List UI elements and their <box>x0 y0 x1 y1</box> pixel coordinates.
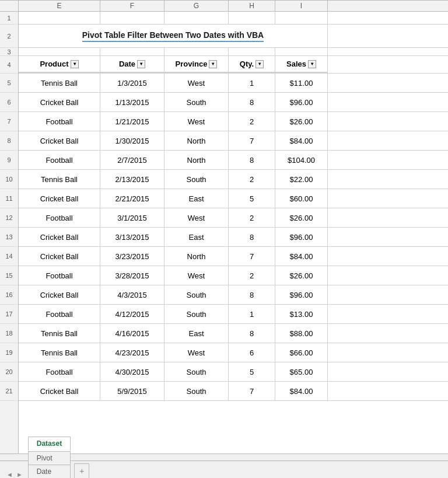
filter-button-product[interactable]: ▾ <box>71 60 79 68</box>
cell-r14-c3[interactable]: 7 <box>229 247 275 266</box>
cell-r6-c4[interactable]: $96.00 <box>275 93 328 111</box>
cell-r6-c0[interactable]: Cricket Ball <box>19 93 100 111</box>
cell-r9-c4[interactable]: $104.00 <box>275 151 328 169</box>
cell-r8-c2[interactable]: North <box>164 131 229 150</box>
cell-r12-c3[interactable]: 2 <box>229 208 275 227</box>
cell-r10-c4[interactable]: $22.00 <box>275 170 328 189</box>
cell-r17-c4[interactable]: $13.00 <box>275 305 328 323</box>
cell-r15-c0[interactable]: Football <box>19 266 100 285</box>
cell-r8-c4[interactable]: $84.00 <box>275 131 328 150</box>
cell-r20-c1[interactable]: 4/30/2015 <box>100 362 164 381</box>
cell-r21-c4[interactable]: $84.00 <box>275 382 328 400</box>
cell-r5-c0[interactable]: Tennis Ball <box>19 74 100 92</box>
cell-r9-c0[interactable]: Football <box>19 151 100 169</box>
cell-r6-c3[interactable]: 8 <box>229 93 275 111</box>
cell-r3-c0[interactable] <box>19 48 100 56</box>
cell-r12-c0[interactable]: Football <box>19 208 100 227</box>
cell-r5-c2[interactable]: West <box>164 74 229 92</box>
cell-r11-c1[interactable]: 2/21/2015 <box>100 189 164 208</box>
sheet-tab-date[interactable]: Date <box>28 465 71 478</box>
cell-r1-c2[interactable] <box>164 12 229 24</box>
filter-button-qty[interactable]: ▾ <box>256 60 264 68</box>
cell-r3-c1[interactable] <box>100 48 164 56</box>
cell-r8-c1[interactable]: 1/30/2015 <box>100 131 164 150</box>
cell-r12-c1[interactable]: 3/1/2015 <box>100 208 164 227</box>
cell-r12-c4[interactable]: $26.00 <box>275 208 328 227</box>
cell-r15-c1[interactable]: 3/28/2015 <box>100 266 164 285</box>
filter-button-sales[interactable]: ▾ <box>308 60 316 68</box>
filter-button-date[interactable]: ▾ <box>137 60 145 68</box>
cell-r7-c3[interactable]: 2 <box>229 112 275 131</box>
cell-r13-c1[interactable]: 3/13/2015 <box>100 228 164 246</box>
col-header-g[interactable]: G <box>164 1 229 11</box>
cell-r8-c0[interactable]: Cricket Ball <box>19 131 100 150</box>
cell-r13-c0[interactable]: Cricket Ball <box>19 228 100 246</box>
col-header-i[interactable]: I <box>275 1 328 11</box>
cell-r14-c0[interactable]: Cricket Ball <box>19 247 100 266</box>
cell-r20-c3[interactable]: 5 <box>229 362 275 381</box>
cell-r5-c3[interactable]: 1 <box>229 74 275 92</box>
cell-r19-c3[interactable]: 6 <box>229 343 275 362</box>
cell-r7-c2[interactable]: West <box>164 112 229 131</box>
cell-r14-c2[interactable]: North <box>164 247 229 266</box>
cell-r18-c2[interactable]: East <box>164 324 229 343</box>
cell-r11-c2[interactable]: East <box>164 189 229 208</box>
filter-button-province[interactable]: ▾ <box>209 60 217 68</box>
col-header-e[interactable]: E <box>19 1 100 11</box>
cell-r19-c0[interactable]: Tennis Ball <box>19 343 100 362</box>
cell-r11-c4[interactable]: $60.00 <box>275 189 328 208</box>
tab-nav[interactable]: ◄ ► <box>5 471 24 478</box>
cell-r17-c3[interactable]: 1 <box>229 305 275 323</box>
cell-r13-c3[interactable]: 8 <box>229 228 275 246</box>
cell-r10-c3[interactable]: 2 <box>229 170 275 189</box>
cell-r10-c0[interactable]: Tennis Ball <box>19 170 100 189</box>
cell-r17-c1[interactable]: 4/12/2015 <box>100 305 164 323</box>
cell-r16-c1[interactable]: 4/3/2015 <box>100 285 164 304</box>
cell-r16-c3[interactable]: 8 <box>229 285 275 304</box>
cell-r19-c4[interactable]: $66.00 <box>275 343 328 362</box>
cell-r13-c4[interactable]: $96.00 <box>275 228 328 246</box>
cell-r18-c3[interactable]: 8 <box>229 324 275 343</box>
cell-r16-c4[interactable]: $96.00 <box>275 285 328 304</box>
cell-r21-c0[interactable]: Cricket Ball <box>19 382 100 400</box>
col-header-f[interactable]: F <box>100 1 164 11</box>
tab-nav-right[interactable]: ► <box>15 471 24 478</box>
cell-r14-c1[interactable]: 3/23/2015 <box>100 247 164 266</box>
cell-r20-c4[interactable]: $65.00 <box>275 362 328 381</box>
cell-r16-c2[interactable]: South <box>164 285 229 304</box>
cell-r14-c4[interactable]: $84.00 <box>275 247 328 266</box>
tab-nav-left[interactable]: ◄ <box>5 471 15 478</box>
cell-r19-c2[interactable]: West <box>164 343 229 362</box>
cell-r17-c2[interactable]: South <box>164 305 229 323</box>
cell-r21-c3[interactable]: 7 <box>229 382 275 400</box>
cell-r21-c2[interactable]: South <box>164 382 229 400</box>
cell-r11-c0[interactable]: Cricket Ball <box>19 189 100 208</box>
sheet-tab-pivot[interactable]: Pivot <box>28 451 71 465</box>
cell-r10-c1[interactable]: 2/13/2015 <box>100 170 164 189</box>
cell-r3-c3[interactable] <box>229 48 275 56</box>
cell-r18-c0[interactable]: Tennis Ball <box>19 324 100 343</box>
sheet-tab-dataset[interactable]: Dataset <box>28 437 71 451</box>
cell-r20-c0[interactable]: Football <box>19 362 100 381</box>
cell-r18-c1[interactable]: 4/16/2015 <box>100 324 164 343</box>
cell-r15-c4[interactable]: $26.00 <box>275 266 328 285</box>
cell-r9-c1[interactable]: 2/7/2015 <box>100 151 164 169</box>
cell-r3-c2[interactable] <box>164 48 229 56</box>
cell-r18-c4[interactable]: $88.00 <box>275 324 328 343</box>
cell-r1-c1[interactable] <box>100 12 164 24</box>
cell-r7-c4[interactable]: $26.00 <box>275 112 328 131</box>
cell-r17-c0[interactable]: Football <box>19 305 100 323</box>
cell-r21-c1[interactable]: 5/9/2015 <box>100 382 164 400</box>
cell-r1-c4[interactable] <box>275 12 328 24</box>
cell-r5-c1[interactable]: 1/3/2015 <box>100 74 164 92</box>
cell-r9-c2[interactable]: North <box>164 151 229 169</box>
cell-r6-c1[interactable]: 1/13/2015 <box>100 93 164 111</box>
cell-r1-c3[interactable] <box>229 12 275 24</box>
cell-r8-c3[interactable]: 7 <box>229 131 275 150</box>
cell-r11-c3[interactable]: 5 <box>229 189 275 208</box>
cell-r12-c2[interactable]: West <box>164 208 229 227</box>
cell-r19-c1[interactable]: 4/23/2015 <box>100 343 164 362</box>
add-sheet-button[interactable]: + <box>74 463 89 478</box>
cell-r15-c3[interactable]: 2 <box>229 266 275 285</box>
col-header-h[interactable]: H <box>229 1 275 11</box>
